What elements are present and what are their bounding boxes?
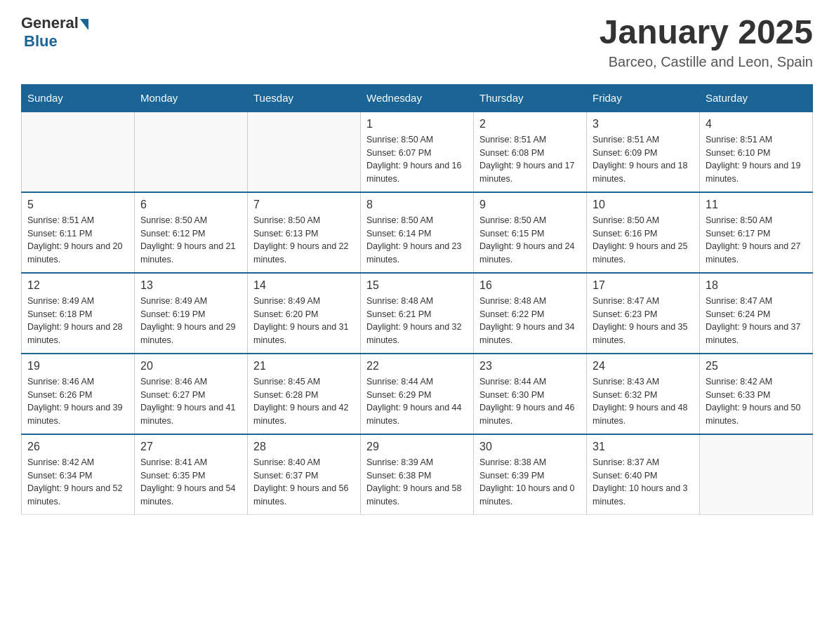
day-number: 22 [366,360,468,373]
calendar-cell: 29Sunrise: 8:39 AMSunset: 6:38 PMDayligh… [361,434,474,515]
calendar-header-thursday: Thursday [474,84,587,112]
calendar-cell: 17Sunrise: 8:47 AMSunset: 6:23 PMDayligh… [587,273,700,354]
day-info: Sunrise: 8:45 AMSunset: 6:28 PMDaylight:… [253,375,355,428]
day-info: Sunrise: 8:37 AMSunset: 6:40 PMDaylight:… [593,456,694,509]
day-info: Sunrise: 8:51 AMSunset: 6:11 PMDaylight:… [27,214,128,267]
calendar-cell: 27Sunrise: 8:41 AMSunset: 6:35 PMDayligh… [135,434,248,515]
calendar-cell: 5Sunrise: 8:51 AMSunset: 6:11 PMDaylight… [22,192,135,273]
calendar-cell: 23Sunrise: 8:44 AMSunset: 6:30 PMDayligh… [474,354,587,434]
day-number: 29 [366,441,468,453]
day-number: 18 [706,279,807,292]
day-number: 17 [593,279,694,292]
day-number: 16 [479,279,581,292]
calendar-table: SundayMondayTuesdayWednesdayThursdayFrid… [21,84,813,515]
day-info: Sunrise: 8:46 AMSunset: 6:27 PMDaylight:… [140,375,241,428]
calendar-week-row: 1Sunrise: 8:50 AMSunset: 6:07 PMDaylight… [22,112,813,192]
day-info: Sunrise: 8:50 AMSunset: 6:12 PMDaylight:… [140,214,241,267]
day-number: 4 [706,118,807,130]
calendar-cell: 15Sunrise: 8:48 AMSunset: 6:21 PMDayligh… [361,273,474,354]
day-info: Sunrise: 8:49 AMSunset: 6:19 PMDaylight:… [140,295,241,347]
day-number: 13 [140,279,241,292]
day-number: 7 [253,199,355,211]
calendar-cell: 3Sunrise: 8:51 AMSunset: 6:09 PMDaylight… [587,112,700,192]
calendar-header-monday: Monday [135,84,248,112]
day-number: 25 [706,360,807,373]
calendar-cell: 28Sunrise: 8:40 AMSunset: 6:37 PMDayligh… [248,434,361,515]
day-number: 2 [479,118,581,130]
day-number: 27 [140,441,241,453]
logo-blue-text: Blue [24,32,58,51]
day-number: 11 [706,199,807,211]
calendar-cell: 11Sunrise: 8:50 AMSunset: 6:17 PMDayligh… [700,192,813,273]
day-number: 26 [27,441,128,453]
calendar-header-row: SundayMondayTuesdayWednesdayThursdayFrid… [22,84,813,112]
calendar-cell: 10Sunrise: 8:50 AMSunset: 6:16 PMDayligh… [587,192,700,273]
day-number: 15 [366,279,468,292]
day-info: Sunrise: 8:47 AMSunset: 6:23 PMDaylight:… [593,295,694,347]
day-info: Sunrise: 8:42 AMSunset: 6:34 PMDaylight:… [27,456,128,509]
calendar-cell: 6Sunrise: 8:50 AMSunset: 6:12 PMDaylight… [135,192,248,273]
day-number: 6 [140,199,241,211]
day-number: 31 [593,441,694,453]
day-info: Sunrise: 8:41 AMSunset: 6:35 PMDaylight:… [140,456,241,509]
day-info: Sunrise: 8:47 AMSunset: 6:24 PMDaylight:… [706,295,807,347]
day-info: Sunrise: 8:50 AMSunset: 6:07 PMDaylight:… [366,133,468,186]
day-info: Sunrise: 8:44 AMSunset: 6:30 PMDaylight:… [479,375,581,428]
day-info: Sunrise: 8:40 AMSunset: 6:37 PMDaylight:… [253,456,355,509]
day-number: 9 [479,199,581,211]
day-number: 3 [593,118,694,130]
calendar-cell: 30Sunrise: 8:38 AMSunset: 6:39 PMDayligh… [474,434,587,515]
page-header: General Blue January 2025 Barceo, Castil… [21,14,813,70]
day-number: 5 [27,199,128,211]
day-info: Sunrise: 8:49 AMSunset: 6:20 PMDaylight:… [253,295,355,347]
day-number: 10 [593,199,694,211]
calendar-header-wednesday: Wednesday [361,84,474,112]
calendar-cell [22,112,135,192]
calendar-cell: 4Sunrise: 8:51 AMSunset: 6:10 PMDaylight… [700,112,813,192]
title-area: January 2025 Barceo, Castille and Leon, … [600,14,813,70]
calendar-week-row: 19Sunrise: 8:46 AMSunset: 6:26 PMDayligh… [22,354,813,434]
logo-triangle-icon [80,19,88,30]
calendar-cell [700,434,813,515]
day-info: Sunrise: 8:44 AMSunset: 6:29 PMDaylight:… [366,375,468,428]
calendar-week-row: 12Sunrise: 8:49 AMSunset: 6:18 PMDayligh… [22,273,813,354]
logo: General Blue [21,14,88,51]
calendar-cell: 25Sunrise: 8:42 AMSunset: 6:33 PMDayligh… [700,354,813,434]
day-info: Sunrise: 8:38 AMSunset: 6:39 PMDaylight:… [479,456,581,509]
day-number: 28 [253,441,355,453]
calendar-header-sunday: Sunday [22,84,135,112]
day-number: 19 [27,360,128,373]
calendar-cell: 19Sunrise: 8:46 AMSunset: 6:26 PMDayligh… [22,354,135,434]
month-title: January 2025 [600,14,813,51]
day-info: Sunrise: 8:51 AMSunset: 6:08 PMDaylight:… [479,133,581,186]
day-info: Sunrise: 8:50 AMSunset: 6:16 PMDaylight:… [593,214,694,267]
day-info: Sunrise: 8:50 AMSunset: 6:14 PMDaylight:… [366,214,468,267]
logo-general-text: General [21,14,79,32]
calendar-cell: 24Sunrise: 8:43 AMSunset: 6:32 PMDayligh… [587,354,700,434]
day-number: 23 [479,360,581,373]
calendar-header-tuesday: Tuesday [248,84,361,112]
day-number: 14 [253,279,355,292]
day-number: 24 [593,360,694,373]
day-info: Sunrise: 8:46 AMSunset: 6:26 PMDaylight:… [27,375,128,428]
calendar-cell: 22Sunrise: 8:44 AMSunset: 6:29 PMDayligh… [361,354,474,434]
calendar-cell: 2Sunrise: 8:51 AMSunset: 6:08 PMDaylight… [474,112,587,192]
day-info: Sunrise: 8:51 AMSunset: 6:09 PMDaylight:… [593,133,694,186]
calendar-cell: 9Sunrise: 8:50 AMSunset: 6:15 PMDaylight… [474,192,587,273]
day-info: Sunrise: 8:49 AMSunset: 6:18 PMDaylight:… [27,295,128,347]
day-number: 20 [140,360,241,373]
calendar-cell: 7Sunrise: 8:50 AMSunset: 6:13 PMDaylight… [248,192,361,273]
day-info: Sunrise: 8:39 AMSunset: 6:38 PMDaylight:… [366,456,468,509]
day-number: 21 [253,360,355,373]
calendar-cell: 1Sunrise: 8:50 AMSunset: 6:07 PMDaylight… [361,112,474,192]
day-info: Sunrise: 8:48 AMSunset: 6:22 PMDaylight:… [479,295,581,347]
day-number: 8 [366,199,468,211]
day-info: Sunrise: 8:50 AMSunset: 6:13 PMDaylight:… [253,214,355,267]
location-subtitle: Barceo, Castille and Leon, Spain [600,54,813,70]
calendar-cell: 31Sunrise: 8:37 AMSunset: 6:40 PMDayligh… [587,434,700,515]
day-info: Sunrise: 8:51 AMSunset: 6:10 PMDaylight:… [706,133,807,186]
calendar-header-saturday: Saturday [700,84,813,112]
calendar-header-friday: Friday [587,84,700,112]
calendar-cell: 20Sunrise: 8:46 AMSunset: 6:27 PMDayligh… [135,354,248,434]
day-info: Sunrise: 8:43 AMSunset: 6:32 PMDaylight:… [593,375,694,428]
